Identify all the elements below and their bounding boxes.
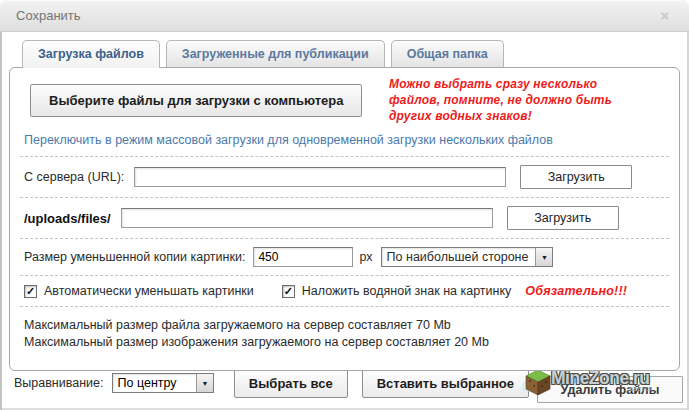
alignment-label: Выравнивание: [14, 376, 104, 390]
required-note: Обязательно!!! [525, 284, 627, 298]
close-icon[interactable]: × [656, 6, 673, 25]
load-url-button[interactable]: Загрузить [520, 165, 632, 189]
resize-mode-value: По наибольшей стороне [382, 248, 536, 266]
server-url-label: С сервера (URL): [24, 170, 124, 184]
uploads-path-input[interactable] [121, 208, 493, 228]
chevron-down-icon[interactable]: ▼ [535, 248, 552, 266]
thumbnail-size-row: Размер уменьшенной копии картинки: px По… [24, 247, 665, 267]
note-line: файлов, помните, не должно быть [389, 92, 667, 108]
auto-resize-checkbox[interactable]: ✓ [24, 285, 37, 298]
watermark-label: Наложить водяной знак на картинку [302, 284, 512, 298]
alignment-value: По центру [113, 374, 196, 392]
tab-uploaded-for-publication[interactable]: Загруженные для публикации [166, 40, 385, 67]
divider [20, 197, 669, 198]
load-path-button[interactable]: Загрузить [507, 206, 619, 230]
note-line: других водных знаков! [389, 108, 667, 124]
auto-resize-label: Автоматически уменьшать картинки [44, 284, 254, 298]
divider [20, 306, 669, 307]
divider [20, 156, 669, 157]
uploads-path-row: /uploads/files/ Загрузить [24, 206, 665, 230]
watermark-option: ✓ Наложить водяной знак на картинку [282, 284, 512, 298]
image-size-limit: Максимальный размер изображения загружае… [24, 334, 665, 351]
corner-area: Удалить файлы MineZone.ru вается [531, 366, 685, 406]
options-row: ✓ Автоматически уменьшать картинки ✓ Нал… [24, 284, 665, 298]
thumbnail-size-label: Размер уменьшенной копии картинки: [24, 250, 245, 264]
upload-panel: Выберите файлы для загрузки с компьютера… [9, 67, 680, 371]
bulk-upload-mode-link[interactable]: Переключить в режим массовой загрузки дл… [24, 133, 553, 147]
divider [20, 275, 669, 276]
tab-shared-folder[interactable]: Общая папка [391, 40, 504, 67]
tab-bar: Загрузка файлов Загруженные для публикац… [0, 32, 689, 67]
server-url-input[interactable] [134, 167, 506, 187]
watermark-warning-note: Можно выбрать сразу несколько файлов, по… [389, 76, 667, 124]
upload-limits: Максимальный размер файла загружаемого н… [24, 317, 665, 351]
save-dialog: Сохранить × Загрузка файлов Загруженные … [0, 0, 689, 410]
auto-resize-option: ✓ Автоматически уменьшать картинки [24, 284, 254, 298]
uploads-path-label: /uploads/files/ [24, 211, 111, 226]
watermark-checkbox[interactable]: ✓ [282, 285, 295, 298]
chevron-down-icon[interactable]: ▼ [196, 374, 213, 392]
alignment-select[interactable]: По центру ▼ [112, 373, 214, 393]
thumbnail-size-input[interactable] [253, 247, 353, 267]
divider [20, 238, 669, 239]
px-unit-label: px [359, 250, 372, 264]
note-line: Можно выбрать сразу несколько [389, 76, 667, 92]
choose-files-button[interactable]: Выберите файлы для загрузки с компьютера [30, 84, 362, 117]
delete-files-button[interactable]: Удалить файлы [537, 376, 683, 403]
resize-mode-select[interactable]: По наибольшей стороне ▼ [381, 247, 554, 267]
tab-file-upload[interactable]: Загрузка файлов [22, 40, 160, 68]
insert-selected-button[interactable]: Вставить выбранное [362, 369, 529, 398]
title-bar: Сохранить × [0, 0, 689, 32]
server-url-row: С сервера (URL): Загрузить [24, 165, 665, 189]
select-all-button[interactable]: Выбрать все [234, 369, 348, 398]
file-size-limit: Максимальный размер файла загружаемого н… [24, 317, 665, 334]
dialog-title: Сохранить [16, 8, 81, 23]
